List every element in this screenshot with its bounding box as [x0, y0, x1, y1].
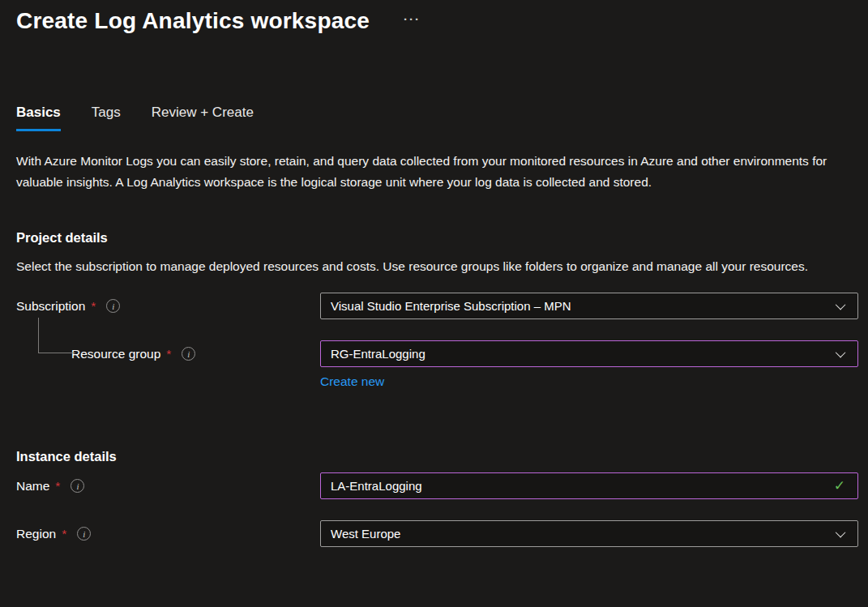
resource-group-dropdown[interactable]: RG-EntraLogging: [320, 340, 858, 367]
required-asterisk: *: [91, 299, 96, 314]
subscription-control: Visual Studio Enterprise Subscription – …: [320, 293, 858, 319]
tab-bar: Basics Tags Review + Create: [16, 104, 858, 131]
resource-group-control: RG-EntraLogging Create new: [320, 340, 858, 389]
region-dropdown-value: West Europe: [331, 527, 400, 541]
create-log-analytics-workspace-blade: Create Log Analytics workspace ··· Basic…: [0, 0, 868, 607]
region-dropdown[interactable]: West Europe: [320, 520, 858, 547]
project-details-form: Subscription * i Visual Studio Enterpris…: [16, 293, 858, 389]
region-row: Region * i West Europe: [16, 520, 858, 547]
info-icon[interactable]: i: [71, 479, 84, 493]
subscription-dropdown-value: Visual Studio Enterprise Subscription – …: [331, 299, 571, 313]
subscription-dropdown[interactable]: Visual Studio Enterprise Subscription – …: [320, 293, 858, 319]
chevron-down-icon: [836, 300, 846, 310]
instance-details-form: Name * i LA-EntraLogging ✓ Region * i We…: [16, 472, 858, 547]
resource-group-row: Resource group * i RG-EntraLogging Creat…: [16, 340, 858, 389]
chevron-down-icon: [836, 348, 846, 358]
page-title: Create Log Analytics workspace: [16, 6, 370, 36]
region-label-text: Region: [16, 527, 56, 541]
name-row: Name * i LA-EntraLogging ✓: [16, 472, 858, 499]
subscription-row: Subscription * i Visual Studio Enterpris…: [16, 293, 858, 319]
info-icon[interactable]: i: [106, 299, 120, 313]
resource-group-label-text: Resource group: [71, 347, 160, 361]
resource-group-dropdown-value: RG-EntraLogging: [331, 347, 425, 361]
valid-checkmark-icon: ✓: [834, 479, 845, 493]
region-label: Region * i: [16, 520, 320, 547]
title-bar: Create Log Analytics workspace ···: [16, 6, 858, 36]
required-asterisk: *: [55, 479, 60, 494]
name-label: Name * i: [16, 472, 320, 499]
project-details-heading: Project details: [16, 230, 858, 246]
required-asterisk: *: [62, 527, 66, 541]
required-asterisk: *: [166, 347, 171, 361]
chevron-down-icon: [836, 528, 846, 538]
region-control: West Europe: [320, 520, 858, 547]
name-control: LA-EntraLogging ✓: [320, 472, 858, 499]
name-input-value: LA-EntraLogging: [331, 479, 422, 493]
tab-review-create[interactable]: Review + Create: [152, 104, 254, 131]
project-details-description: Select the subscription to manage deploy…: [16, 256, 856, 277]
name-input[interactable]: LA-EntraLogging ✓: [320, 472, 858, 499]
more-icon[interactable]: ···: [404, 11, 421, 28]
name-label-text: Name: [16, 479, 49, 494]
instance-details-heading: Instance details: [16, 449, 858, 464]
info-icon[interactable]: i: [77, 527, 91, 541]
subscription-label-text: Subscription: [16, 299, 85, 314]
resource-group-connector-line: [38, 318, 75, 353]
intro-text: With Azure Monitor Logs you can easily s…: [16, 151, 856, 193]
tab-tags[interactable]: Tags: [92, 104, 121, 131]
create-new-link[interactable]: Create new: [320, 374, 384, 389]
tab-basics[interactable]: Basics: [16, 104, 61, 131]
subscription-label: Subscription * i: [16, 293, 320, 319]
info-icon[interactable]: i: [182, 347, 195, 361]
